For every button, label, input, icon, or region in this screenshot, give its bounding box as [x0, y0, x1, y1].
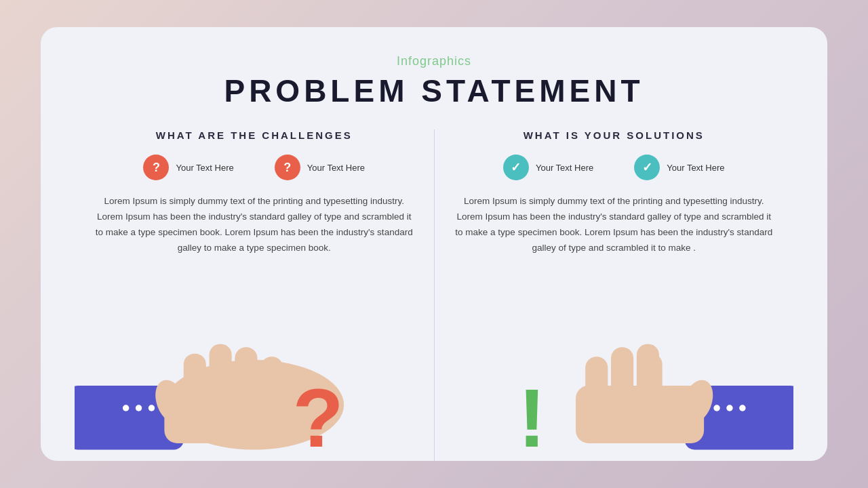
- check-icon-1: ✓: [511, 160, 521, 175]
- solution-badge-1-text: Your Text Here: [536, 163, 593, 173]
- svg-rect-9: [260, 357, 283, 401]
- solutions-svg: !: [435, 278, 794, 461]
- solutions-title: WHAT IS YOUR SOLUTIONS: [448, 129, 781, 141]
- header-subtitle: Infographics: [75, 54, 793, 68]
- challenge-badge-2: ? Your Text Here: [275, 155, 365, 180]
- solutions-illustration: !: [435, 278, 794, 461]
- challenges-illustration: ?: [75, 278, 434, 461]
- content-area: WHAT ARE THE CHALLENGES ? Your Text Here…: [75, 129, 793, 461]
- header: Infographics PROBLEM STATEMENT: [75, 54, 793, 109]
- challenge-icon-2: ?: [275, 155, 300, 180]
- challenge-icon-1: ?: [143, 155, 169, 180]
- svg-rect-7: [210, 344, 232, 401]
- header-title: PROBLEM STATEMENT: [75, 73, 793, 109]
- svg-text:?: ?: [292, 371, 343, 461]
- solution-icon-1: ✓: [503, 155, 529, 180]
- svg-point-3: [149, 405, 155, 411]
- challenges-svg: ?: [75, 278, 434, 461]
- main-card: Infographics PROBLEM STATEMENT WHAT ARE …: [41, 27, 827, 461]
- challenges-title: WHAT ARE THE CHALLENGES: [88, 129, 420, 141]
- solution-badge-2: ✓ Your Text Here: [634, 155, 724, 180]
- challenge-badge-1: ? Your Text Here: [143, 155, 233, 180]
- challenge-badge-2-text: Your Text Here: [307, 163, 365, 173]
- svg-rect-20: [585, 357, 608, 401]
- check-icon-2: ✓: [642, 160, 652, 175]
- challenges-description: Lorem Ipsum is simply dummy text of the …: [88, 194, 420, 256]
- challenges-column: WHAT ARE THE CHALLENGES ? Your Text Here…: [75, 129, 435, 461]
- solution-badge-2-text: Your Text Here: [667, 163, 724, 173]
- svg-rect-19: [611, 347, 633, 401]
- svg-point-14: [726, 405, 732, 411]
- solution-badge-1: ✓ Your Text Here: [503, 155, 593, 180]
- challenge-badge-1-text: Your Text Here: [176, 163, 233, 173]
- svg-point-15: [739, 405, 745, 411]
- svg-point-1: [123, 405, 129, 411]
- svg-rect-8: [235, 347, 257, 401]
- svg-text:!: !: [517, 371, 545, 461]
- solutions-description: Lorem Ipsum is simply dummy text of the …: [448, 194, 781, 256]
- solution-icon-2: ✓: [634, 155, 660, 180]
- question-icon-1: ?: [153, 161, 160, 175]
- question-icon-2: ?: [283, 161, 291, 175]
- challenges-badges: ? Your Text Here ? Your Text Here: [88, 155, 420, 180]
- svg-rect-18: [636, 344, 658, 401]
- svg-point-13: [713, 405, 719, 411]
- svg-point-2: [136, 405, 142, 411]
- solutions-column: WHAT IS YOUR SOLUTIONS ✓ Your Text Here …: [435, 129, 794, 461]
- solutions-badges: ✓ Your Text Here ✓ Your Text Here: [448, 155, 781, 180]
- svg-rect-6: [184, 354, 206, 402]
